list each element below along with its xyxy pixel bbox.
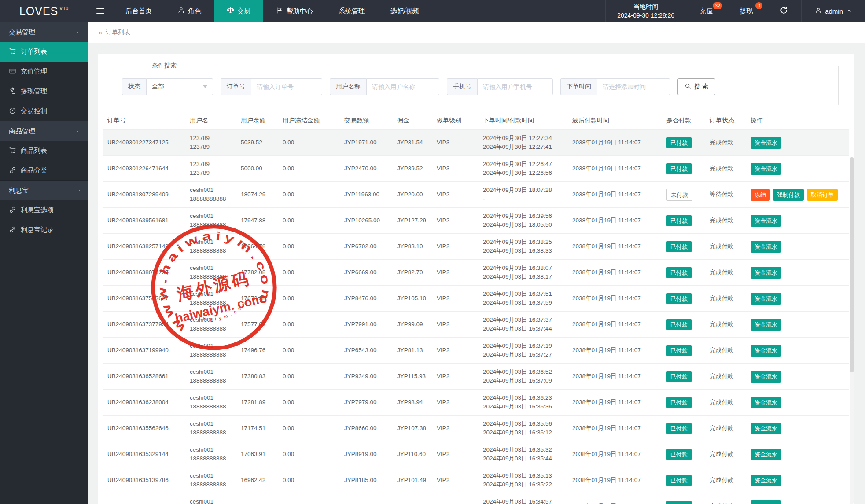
amount-cell: JYP8660.00	[340, 416, 393, 441]
actions-cell: 资金流水	[746, 156, 849, 182]
chevron-down-icon	[76, 29, 81, 36]
balance-cell: 17063.91	[236, 441, 278, 467]
sidebar-group-goods[interactable]: 商品管理	[0, 121, 88, 141]
action-fund-flow-button[interactable]: 资金流水	[751, 449, 781, 460]
chevron-down-icon	[76, 187, 81, 195]
order-no-cell: UB2409031639561681	[103, 208, 185, 234]
action-fund-flow-button[interactable]: 资金流水	[751, 267, 781, 279]
withdraw-notice-button[interactable]: 提现 0	[726, 0, 766, 22]
sidebar-item-withdraw[interactable]: 提现管理	[0, 81, 88, 101]
sidebar-item-goods-list[interactable]: 商品列表	[0, 141, 88, 161]
col-actions: 操作	[746, 111, 849, 130]
frozen-cell: 0.00	[278, 234, 340, 260]
status-cell: 完成付款	[705, 441, 746, 467]
action-fund-flow-button[interactable]: 资金流水	[751, 215, 781, 227]
sidebar-item-lixibao-records[interactable]: 利息宝记录	[0, 220, 88, 240]
status-cell: 完成付款	[705, 130, 746, 156]
user-cell: ceshi00118888888888	[185, 260, 236, 286]
paid-badge: 已付款	[666, 501, 692, 504]
balance-cell: 17864.78	[236, 234, 278, 260]
table-scrollbar[interactable]	[850, 157, 854, 504]
level-cell: VIP2	[432, 416, 479, 441]
status-cell: 完成付款	[705, 260, 746, 286]
col-commission: 佣金	[393, 111, 432, 130]
actions-cell: 资金流水	[746, 338, 849, 364]
action-fund-flow-button[interactable]: 资金流水	[751, 241, 781, 253]
action-fund-flow-button[interactable]: 资金流水	[751, 500, 781, 504]
action-fund-flow-button[interactable]: 资金流水	[751, 345, 781, 357]
action-fund-flow-button[interactable]: 资金流水	[751, 163, 781, 175]
nav-system[interactable]: 系统管理	[326, 0, 378, 22]
actions-cell: 资金流水	[746, 286, 849, 312]
table-row: UB2409031637377954 ceshi00118888888888 1…	[103, 312, 849, 338]
status-select[interactable]: 全部	[146, 78, 213, 95]
order-no-input[interactable]	[251, 78, 322, 95]
action-fund-flow-button[interactable]: 资金流水	[751, 137, 781, 149]
action-fund-flow-button[interactable]: 资金流水	[751, 371, 781, 383]
status-cell: 完成付款	[705, 416, 746, 441]
order-time-input[interactable]	[597, 78, 670, 95]
menu-toggle-icon[interactable]	[88, 0, 113, 22]
action-freeze-button[interactable]: 冻结	[751, 189, 770, 201]
nav-trade[interactable]: 交易	[214, 0, 263, 22]
order-no-cell: UB2409031638257148	[103, 234, 185, 260]
nav-role[interactable]: 角色	[165, 0, 214, 22]
order-time-cell: 2024年09月03日 16:36:522024年09月03日 16:37:09	[479, 364, 568, 390]
scrollbar-thumb[interactable]	[850, 157, 854, 372]
table-row: UB2409031638257148 ceshi00118888888888 1…	[103, 234, 849, 260]
scales-icon	[227, 7, 234, 15]
local-time: 当地时间 2024-09-30 12:28:26	[605, 0, 686, 22]
sidebar-item-recharge[interactable]: 充值管理	[0, 62, 88, 81]
table-row: UB2409031636238004 ceshi00118888888888 1…	[103, 390, 849, 416]
balance-cell: 17380.83	[236, 364, 278, 390]
level-cell: VIP2	[432, 441, 479, 467]
action-fund-flow-button[interactable]: 资金流水	[751, 293, 781, 305]
sidebar-item-order-list[interactable]: 订单列表	[0, 42, 88, 62]
col-amount: 交易数额	[340, 111, 393, 130]
order-no-cell: UB2409031635139786	[103, 467, 185, 493]
amount-cell: JYP10265.00	[340, 208, 393, 234]
table-row: UB2409301227347125 123789123789 5039.52 …	[103, 130, 849, 156]
recharge-notice-button[interactable]: 充值 32	[686, 0, 726, 22]
sidebar-item-goods-category[interactable]: 商品分类	[0, 161, 88, 180]
search-fieldset: 条件搜索 状态 全部 订单号 用户名称 手	[114, 62, 839, 105]
search-button[interactable]: 搜 索	[677, 78, 715, 95]
frozen-cell: 0.00	[278, 441, 340, 467]
status-cell: 完成付款	[705, 467, 746, 493]
order-no-cell: UB2409301226471644	[103, 156, 185, 182]
sidebar-group-lixibao[interactable]: 利息宝	[0, 180, 88, 200]
frozen-cell: 0.00	[278, 467, 340, 493]
actions-cell: 资金流水	[746, 208, 849, 234]
action-fund-flow-button[interactable]: 资金流水	[751, 319, 781, 331]
table-row: UB2409031807289409 ceshi00118888888888 1…	[103, 182, 849, 208]
action-fund-flow-button[interactable]: 资金流水	[751, 475, 781, 486]
status-selected-value: 全部	[152, 83, 164, 91]
nav-help[interactable]: 帮助中心	[263, 0, 326, 22]
action-cancel-button[interactable]: 取消订单	[807, 189, 838, 201]
commission-cell: JYP99.09	[393, 312, 432, 338]
user-cell: ceshi00118888888888	[185, 338, 236, 364]
amount-cell: JYP9349.00	[340, 364, 393, 390]
nav-dashboard[interactable]: 后台首页	[113, 0, 165, 22]
user-menu[interactable]: admin	[801, 0, 865, 22]
status-cell: 等待付款	[705, 182, 746, 208]
sidebar-item-lixibao-options[interactable]: 利息宝选项	[0, 200, 88, 220]
nav-video[interactable]: 选妃/视频	[378, 0, 431, 22]
paid-cell: 已付款	[662, 493, 705, 504]
action-fund-flow-button[interactable]: 资金流水	[751, 423, 781, 434]
commission-cell: JYP101.49	[393, 467, 432, 493]
username-input[interactable]	[366, 78, 439, 95]
last-pay-time-cell: 2038年01月19日 11:14:07	[568, 338, 662, 364]
last-pay-time-cell: 2038年01月19日 11:14:07	[568, 467, 662, 493]
refresh-button[interactable]	[766, 0, 801, 22]
sidebar-item-trade-control[interactable]: 交易控制	[0, 101, 88, 121]
sidebar-group-trade[interactable]: 交易管理	[0, 22, 88, 42]
order-time-cell: 2024年09月03日 16:38:252024年09月03日 16:38:33	[479, 234, 568, 260]
last-pay-time-cell: 2038年01月19日 11:14:07	[568, 441, 662, 467]
phone-input[interactable]	[477, 78, 553, 95]
action-fund-flow-button[interactable]: 资金流水	[751, 397, 781, 408]
table-row: UB2409031638074237 ceshi00118888888888 1…	[103, 260, 849, 286]
frozen-cell: 0.00	[278, 182, 340, 208]
last-pay-time-cell: 2038年01月19日 11:14:07	[568, 260, 662, 286]
action-force-pay-button[interactable]: 强制付款	[773, 189, 804, 201]
